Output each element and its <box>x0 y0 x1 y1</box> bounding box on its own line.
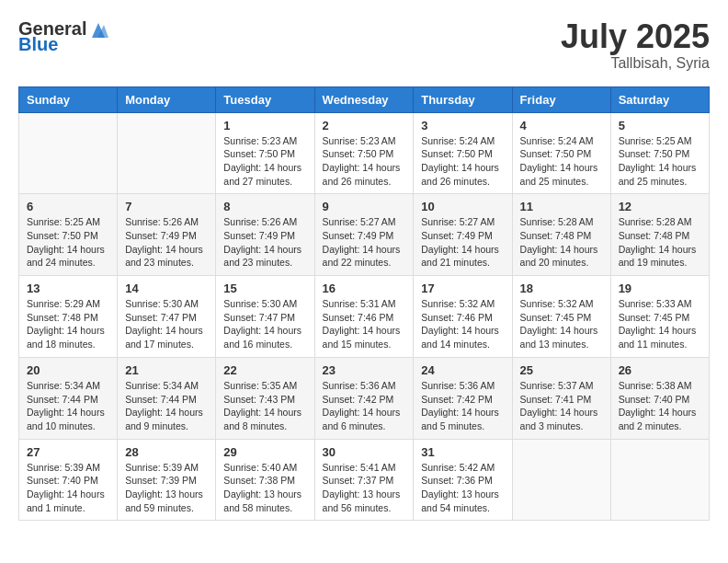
day-cell: 5Sunrise: 5:25 AM Sunset: 7:50 PM Daylig… <box>610 112 709 194</box>
day-info: Sunrise: 5:27 AM Sunset: 7:49 PM Dayligh… <box>323 215 406 270</box>
logo-icon <box>88 21 108 38</box>
day-info: Sunrise: 5:34 AM Sunset: 7:44 PM Dayligh… <box>125 379 208 433</box>
weekday-header-thursday: Thursday <box>414 86 512 112</box>
weekday-header-friday: Friday <box>512 86 610 112</box>
page-header: General Blue July 2025 Tallbisah, Syria <box>18 18 710 72</box>
day-cell: 31Sunrise: 5:42 AM Sunset: 7:36 PM Dayli… <box>414 439 512 521</box>
weekday-header-row: SundayMondayTuesdayWednesdayThursdayFrid… <box>19 86 710 112</box>
day-info: Sunrise: 5:30 AM Sunset: 7:47 PM Dayligh… <box>223 297 306 351</box>
day-number: 12 <box>619 200 701 213</box>
day-cell: 3Sunrise: 5:24 AM Sunset: 7:50 PM Daylig… <box>414 112 512 194</box>
day-number: 31 <box>421 445 504 459</box>
day-number: 7 <box>125 200 208 213</box>
day-cell: 30Sunrise: 5:41 AM Sunset: 7:37 PM Dayli… <box>314 439 414 521</box>
day-info: Sunrise: 5:29 AM Sunset: 7:48 PM Dayligh… <box>27 297 109 351</box>
day-number: 22 <box>223 363 306 377</box>
day-number: 1 <box>223 119 306 132</box>
week-row-4: 20Sunrise: 5:34 AM Sunset: 7:44 PM Dayli… <box>19 357 710 439</box>
day-info: Sunrise: 5:37 AM Sunset: 7:41 PM Dayligh… <box>520 379 603 433</box>
day-number: 25 <box>520 363 603 377</box>
day-info: Sunrise: 5:40 AM Sunset: 7:38 PM Dayligh… <box>223 461 306 515</box>
day-number: 9 <box>323 200 406 213</box>
weekday-header-saturday: Saturday <box>610 86 709 112</box>
day-info: Sunrise: 5:26 AM Sunset: 7:49 PM Dayligh… <box>125 215 208 270</box>
day-info: Sunrise: 5:23 AM Sunset: 7:50 PM Dayligh… <box>223 134 306 189</box>
day-cell: 18Sunrise: 5:32 AM Sunset: 7:45 PM Dayli… <box>512 276 610 358</box>
title-block: July 2025 Tallbisah, Syria <box>561 18 710 72</box>
calendar-table: SundayMondayTuesdayWednesdayThursdayFrid… <box>18 86 710 522</box>
location-subtitle: Tallbisah, Syria <box>561 55 710 72</box>
day-cell: 24Sunrise: 5:36 AM Sunset: 7:42 PM Dayli… <box>414 357 512 439</box>
day-number: 23 <box>323 363 406 377</box>
day-cell: 17Sunrise: 5:32 AM Sunset: 7:46 PM Dayli… <box>414 276 512 358</box>
day-info: Sunrise: 5:25 AM Sunset: 7:50 PM Dayligh… <box>27 215 109 270</box>
day-number: 20 <box>27 363 109 377</box>
week-row-5: 27Sunrise: 5:39 AM Sunset: 7:40 PM Dayli… <box>19 439 710 521</box>
day-number: 6 <box>27 200 109 213</box>
day-cell <box>19 112 118 194</box>
weekday-header-sunday: Sunday <box>19 86 118 112</box>
day-info: Sunrise: 5:36 AM Sunset: 7:42 PM Dayligh… <box>323 379 406 433</box>
day-cell: 1Sunrise: 5:23 AM Sunset: 7:50 PM Daylig… <box>216 112 314 194</box>
day-number: 8 <box>223 200 306 213</box>
day-info: Sunrise: 5:42 AM Sunset: 7:36 PM Dayligh… <box>421 461 504 515</box>
day-cell: 27Sunrise: 5:39 AM Sunset: 7:40 PM Dayli… <box>19 439 118 521</box>
day-number: 16 <box>323 282 406 295</box>
logo-blue-text: Blue <box>18 34 58 55</box>
weekday-header-monday: Monday <box>118 86 216 112</box>
day-info: Sunrise: 5:33 AM Sunset: 7:45 PM Dayligh… <box>619 297 701 351</box>
day-cell: 20Sunrise: 5:34 AM Sunset: 7:44 PM Dayli… <box>19 357 118 439</box>
day-number: 11 <box>520 200 603 213</box>
day-number: 17 <box>421 282 504 295</box>
day-number: 14 <box>125 282 208 295</box>
day-cell: 2Sunrise: 5:23 AM Sunset: 7:50 PM Daylig… <box>314 112 414 194</box>
weekday-header-tuesday: Tuesday <box>216 86 314 112</box>
day-info: Sunrise: 5:24 AM Sunset: 7:50 PM Dayligh… <box>520 134 603 189</box>
day-cell: 21Sunrise: 5:34 AM Sunset: 7:44 PM Dayli… <box>118 357 216 439</box>
day-info: Sunrise: 5:25 AM Sunset: 7:50 PM Dayligh… <box>619 134 701 189</box>
day-info: Sunrise: 5:32 AM Sunset: 7:46 PM Dayligh… <box>421 297 504 351</box>
day-info: Sunrise: 5:36 AM Sunset: 7:42 PM Dayligh… <box>421 379 504 433</box>
day-number: 18 <box>520 282 603 295</box>
day-cell: 12Sunrise: 5:28 AM Sunset: 7:48 PM Dayli… <box>610 194 709 276</box>
day-cell: 16Sunrise: 5:31 AM Sunset: 7:46 PM Dayli… <box>314 276 414 358</box>
month-year-title: July 2025 <box>561 18 710 55</box>
day-number: 21 <box>125 363 208 377</box>
day-cell: 22Sunrise: 5:35 AM Sunset: 7:43 PM Dayli… <box>216 357 314 439</box>
day-number: 19 <box>619 282 701 295</box>
day-cell: 25Sunrise: 5:37 AM Sunset: 7:41 PM Dayli… <box>512 357 610 439</box>
day-cell: 7Sunrise: 5:26 AM Sunset: 7:49 PM Daylig… <box>118 194 216 276</box>
day-cell: 23Sunrise: 5:36 AM Sunset: 7:42 PM Dayli… <box>314 357 414 439</box>
day-info: Sunrise: 5:35 AM Sunset: 7:43 PM Dayligh… <box>223 379 306 433</box>
day-info: Sunrise: 5:23 AM Sunset: 7:50 PM Dayligh… <box>323 134 406 189</box>
day-cell <box>512 439 610 521</box>
day-number: 4 <box>520 119 603 132</box>
day-number: 15 <box>223 282 306 295</box>
day-cell: 19Sunrise: 5:33 AM Sunset: 7:45 PM Dayli… <box>610 276 709 358</box>
day-cell: 11Sunrise: 5:28 AM Sunset: 7:48 PM Dayli… <box>512 194 610 276</box>
day-cell: 10Sunrise: 5:27 AM Sunset: 7:49 PM Dayli… <box>414 194 512 276</box>
week-row-1: 1Sunrise: 5:23 AM Sunset: 7:50 PM Daylig… <box>19 112 710 194</box>
day-cell <box>610 439 709 521</box>
day-number: 28 <box>125 445 208 459</box>
weekday-header-wednesday: Wednesday <box>314 86 414 112</box>
day-info: Sunrise: 5:34 AM Sunset: 7:44 PM Dayligh… <box>27 379 109 433</box>
day-number: 10 <box>421 200 504 213</box>
week-row-2: 6Sunrise: 5:25 AM Sunset: 7:50 PM Daylig… <box>19 194 710 276</box>
day-info: Sunrise: 5:30 AM Sunset: 7:47 PM Dayligh… <box>125 297 208 351</box>
day-number: 26 <box>619 363 701 377</box>
day-cell: 26Sunrise: 5:38 AM Sunset: 7:40 PM Dayli… <box>610 357 709 439</box>
day-number: 30 <box>323 445 406 459</box>
day-number: 3 <box>421 119 504 132</box>
day-number: 29 <box>223 445 306 459</box>
day-info: Sunrise: 5:28 AM Sunset: 7:48 PM Dayligh… <box>619 215 701 270</box>
day-cell: 15Sunrise: 5:30 AM Sunset: 7:47 PM Dayli… <box>216 276 314 358</box>
day-cell: 13Sunrise: 5:29 AM Sunset: 7:48 PM Dayli… <box>19 276 118 358</box>
day-cell: 29Sunrise: 5:40 AM Sunset: 7:38 PM Dayli… <box>216 439 314 521</box>
day-info: Sunrise: 5:28 AM Sunset: 7:48 PM Dayligh… <box>520 215 603 270</box>
day-info: Sunrise: 5:31 AM Sunset: 7:46 PM Dayligh… <box>323 297 406 351</box>
day-info: Sunrise: 5:32 AM Sunset: 7:45 PM Dayligh… <box>520 297 603 351</box>
day-cell: 8Sunrise: 5:26 AM Sunset: 7:49 PM Daylig… <box>216 194 314 276</box>
week-row-3: 13Sunrise: 5:29 AM Sunset: 7:48 PM Dayli… <box>19 276 710 358</box>
day-info: Sunrise: 5:39 AM Sunset: 7:40 PM Dayligh… <box>27 461 109 515</box>
